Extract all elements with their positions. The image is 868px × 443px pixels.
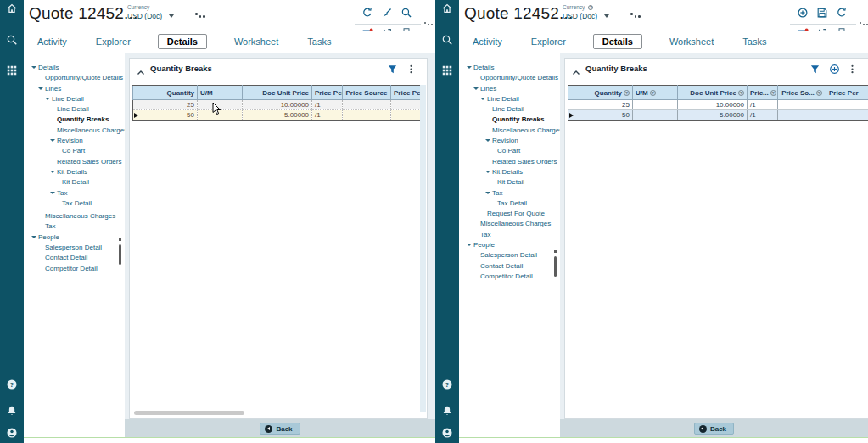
cell-price-source[interactable]	[778, 110, 826, 121]
tab-tasks[interactable]: Tasks	[305, 34, 333, 49]
tree-item[interactable]: Competitor Detail	[24, 264, 125, 274]
chevron-down-icon[interactable]	[473, 84, 480, 94]
add-row-icon[interactable]	[829, 64, 840, 75]
column-header-doc-unit-price[interactable]: Doc Unit Price?	[678, 86, 748, 100]
chevron-down-icon[interactable]	[45, 94, 52, 104]
tab-worksheet[interactable]: Worksheet	[232, 34, 280, 49]
currency-selector[interactable]: Currency? USD (Doc)	[563, 4, 609, 20]
tree-item[interactable]: Kit Details	[24, 167, 125, 177]
tab-details[interactable]: Details	[593, 34, 642, 49]
toolbar-overflow-icon[interactable]	[424, 20, 435, 25]
tab-activity[interactable]: Activity	[471, 34, 504, 49]
tree-item[interactable]: Related Sales Orders	[459, 157, 560, 167]
tree-item[interactable]: Miscellaneous Charges	[459, 219, 560, 229]
user-account-icon[interactable]	[441, 427, 453, 439]
help-icon[interactable]: ?	[441, 379, 453, 390]
chevron-down-icon[interactable]	[485, 188, 492, 199]
back-button[interactable]: Back	[260, 423, 300, 435]
tree-item[interactable]: Details	[459, 63, 560, 73]
tree-item[interactable]: Revision	[24, 136, 125, 146]
column-header-doc-unit-price[interactable]: Doc Unit Price	[243, 86, 312, 100]
column-header-price-per[interactable]: Pric...?	[748, 86, 778, 100]
tree-item[interactable]: Kit Detail	[24, 177, 125, 188]
tree-item[interactable]: Opportunity/Quote Details	[24, 73, 125, 83]
help-icon[interactable]: ?	[6, 379, 18, 390]
cell-doc-unit-price[interactable]: 10.00000	[243, 100, 312, 110]
tree-item[interactable]: Line Detail	[24, 94, 125, 104]
chevron-down-icon[interactable]	[485, 167, 492, 177]
apps-grid-icon[interactable]	[441, 64, 453, 76]
column-header-um[interactable]: U/M?	[633, 86, 678, 100]
chevron-down-icon[interactable]	[50, 167, 57, 177]
tree-item[interactable]: Miscellaneous Charges	[459, 126, 560, 136]
cell-price-source[interactable]	[778, 100, 826, 110]
tab-worksheet[interactable]: Worksheet	[668, 34, 715, 49]
tree-item[interactable]: Miscellaneous Charges	[24, 211, 125, 222]
tree-item[interactable]: Opportunity/Quote Details	[459, 73, 560, 83]
column-header-price-source[interactable]: Price Source	[343, 86, 391, 100]
search-icon[interactable]	[400, 7, 412, 19]
sweep-clear-icon[interactable]	[381, 7, 393, 19]
tree-item[interactable]: Details	[24, 63, 125, 73]
tree-item[interactable]: Tax Detail	[24, 199, 125, 209]
chevron-down-icon[interactable]	[467, 240, 473, 250]
tree-item[interactable]: Related Sales Orders	[24, 157, 125, 167]
apps-grid-icon[interactable]	[6, 64, 18, 76]
currency-selector[interactable]: Currency USD (Doc)	[127, 4, 174, 20]
column-header-um[interactable]: U/M	[198, 86, 243, 100]
tree-item-selected[interactable]: Quantity Breaks	[459, 115, 560, 125]
tree-item[interactable]: Tax	[24, 222, 125, 232]
tree-item[interactable]: Contact Detail	[24, 253, 125, 263]
column-header-quantity[interactable]: Quantity	[133, 86, 198, 100]
cell-quantity[interactable]: 50	[133, 110, 198, 121]
home-icon[interactable]	[6, 3, 18, 14]
save-icon[interactable]	[816, 7, 828, 19]
cell-price-source[interactable]	[343, 110, 391, 121]
tab-explorer[interactable]: Explorer	[529, 34, 568, 49]
cell-quantity[interactable]: 25	[568, 100, 633, 110]
tree-item[interactable]: Competitor Detail	[459, 272, 560, 282]
tree-item[interactable]: Contact Detail	[459, 261, 560, 272]
chevron-down-icon[interactable]	[50, 136, 57, 146]
tree-scrollbar[interactable]	[119, 244, 121, 265]
tree-item[interactable]: Kit Details	[459, 167, 560, 177]
cell-price-source[interactable]	[343, 100, 391, 110]
cell-price-per-2[interactable]	[826, 110, 868, 121]
column-header-price-per-2[interactable]: Price Per	[826, 86, 868, 100]
tab-activity[interactable]: Activity	[36, 34, 69, 49]
cell-price-per[interactable]: /1	[748, 100, 778, 110]
tree-item[interactable]: Tax Detail	[459, 199, 560, 209]
tree-item[interactable]: Tax	[24, 188, 125, 199]
tree-item[interactable]: Kit Detail	[459, 177, 560, 188]
cell-um[interactable]	[633, 110, 678, 121]
grid-row-selected[interactable]: 50 5.00000 /1	[568, 110, 868, 121]
more-options-icon[interactable]	[195, 10, 209, 17]
tree-item[interactable]: Lines	[24, 84, 125, 94]
tree-item-selected[interactable]: Quantity Breaks	[24, 115, 125, 125]
grid-row[interactable]: 25 10.00000 /1	[568, 100, 868, 110]
tree-item[interactable]: Salesperson Detail	[24, 243, 125, 253]
collapse-chevron-icon[interactable]	[572, 65, 580, 74]
tab-explorer[interactable]: Explorer	[94, 34, 132, 49]
user-account-icon[interactable]	[6, 427, 18, 439]
cell-price-per[interactable]: /1	[748, 110, 778, 121]
toolbar-overflow-icon[interactable]	[860, 20, 868, 25]
home-icon[interactable]	[441, 3, 453, 14]
chevron-down-icon[interactable]	[480, 94, 487, 104]
grid-row[interactable]: 25 10.00000 /1	[133, 100, 426, 110]
tab-details[interactable]: Details	[158, 34, 207, 49]
tree-item[interactable]: Line Detail	[459, 104, 560, 115]
cell-price-per[interactable]: /1	[312, 100, 343, 110]
cell-um[interactable]	[633, 100, 678, 110]
more-options-icon[interactable]	[630, 10, 644, 17]
cell-doc-unit-price[interactable]: 5.00000	[678, 110, 748, 121]
tree-item[interactable]: People	[24, 233, 125, 243]
refresh-icon[interactable]	[361, 7, 373, 19]
filter-icon[interactable]	[809, 64, 820, 75]
tree-item[interactable]: Line Detail	[24, 104, 125, 115]
column-header-price-per[interactable]: Price Per	[312, 86, 343, 100]
cell-price-per[interactable]: /1	[312, 110, 343, 121]
tree-item[interactable]: Line Detail	[459, 94, 560, 104]
notifications-bell-icon[interactable]	[6, 405, 18, 417]
kebab-menu-icon[interactable]	[847, 64, 858, 75]
